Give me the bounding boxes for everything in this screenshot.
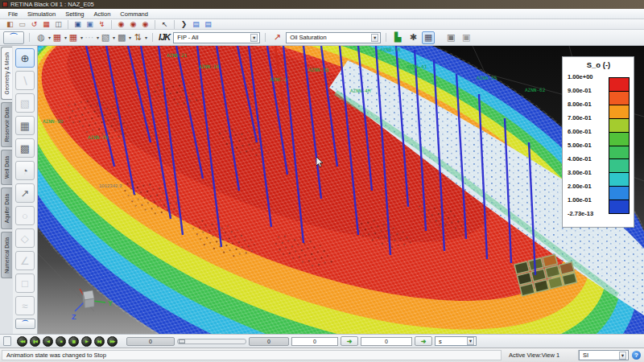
menu-action[interactable]: Action — [89, 10, 115, 19]
view-mode-buttons: ◍▾▦▾▦▾⋯▾▧▾▩▾⇅▾ — [35, 31, 147, 44]
ijk-filter-button[interactable]: IJK — [158, 31, 171, 44]
legend-tick: 7.00e-01 — [568, 115, 592, 121]
run-pause-button[interactable]: ◉ — [128, 19, 138, 29]
go-to-step-button[interactable]: ➜ — [415, 336, 432, 346]
tree-view-button[interactable]: ▤ — [191, 19, 201, 29]
run-stop-button[interactable]: ◉ — [140, 19, 151, 29]
legend-color-cell — [609, 173, 629, 187]
sidebar-tools: ⊕∖▧▦▩◔↗○◇∠□≈⌒ — [13, 46, 37, 334]
forward-end-button[interactable]: ▶▶ — [107, 336, 118, 347]
cell-pick-button[interactable]: ▦ — [67, 31, 80, 44]
time-input[interactable]: 0 — [361, 337, 412, 346]
run-simulation-button[interactable]: ◉ — [116, 19, 126, 29]
mesh-overlay — [38, 46, 644, 334]
play-button[interactable]: ▶ — [81, 336, 92, 347]
frame-spinner[interactable]: 0 — [291, 337, 338, 346]
legend-tick: -2.73e-13 — [568, 211, 593, 217]
hand-tool-button[interactable]: ◇ — [15, 228, 35, 248]
3d-viewport[interactable]: AZNN-21AZNN-18AZNC-1AZNN-35AZNB-7AAZNN-4… — [38, 46, 644, 334]
toolbar-separator — [386, 33, 386, 42]
main-area: Geometry & MeshReservoir DataWell DataAq… — [0, 46, 644, 334]
legend-tick: 6.00e-01 — [568, 129, 592, 135]
legend-color-cell — [609, 200, 629, 213]
tab-aquifer-data[interactable]: Aquifer Data — [1, 187, 12, 229]
grid-3d-button[interactable]: ▧ — [99, 31, 112, 44]
folder-button[interactable]: ▭ — [17, 19, 27, 29]
chevron-down-icon[interactable]: ▼ — [250, 34, 258, 42]
legend-tick: 8.00e-01 — [568, 101, 592, 108]
disconnect-button[interactable]: ↯ — [97, 19, 107, 29]
tab-well-data[interactable]: Well Data — [1, 150, 12, 185]
anim-corner-button[interactable] — [3, 336, 11, 346]
chevron-down-icon[interactable]: ▼ — [371, 34, 378, 42]
sidebar-collapse-button[interactable]: ⌒ — [15, 319, 35, 329]
book-tool-button[interactable]: ▧ — [15, 93, 35, 113]
property-combo[interactable]: Oil Saturation ▼ — [286, 32, 381, 43]
frame-counter-left: 0 — [126, 337, 175, 346]
axis-step-button[interactable]: ⇅ — [131, 31, 144, 44]
save-button[interactable]: ▣ — [72, 19, 83, 29]
settings-gear-button[interactable]: ✱ — [407, 31, 419, 44]
save-as-button[interactable]: ▣ — [85, 19, 95, 29]
report-button[interactable]: ◫ — [53, 19, 64, 29]
step-back-button[interactable]: ▮◀ — [30, 336, 40, 347]
menu-setting[interactable]: Setting — [60, 10, 89, 19]
stop-button[interactable]: ■ — [56, 336, 66, 347]
collapse-panel-button[interactable]: ⌒ — [3, 31, 24, 44]
timeline-slider[interactable] — [177, 339, 246, 344]
legend-tick: 5.00e-01 — [568, 142, 592, 149]
fip-region-combo[interactable]: FIP - All ▼ — [173, 32, 260, 43]
menu-simulation[interactable]: Simulation — [23, 10, 60, 19]
axis-tool-button[interactable]: ⊕ — [15, 48, 35, 68]
well-label: AZNN-55 — [477, 75, 497, 80]
legend-toggle-button[interactable]: ▦ — [422, 31, 435, 44]
person-tool-button[interactable]: ○ — [15, 206, 35, 225]
time-unit-combo[interactable]: s ▼ — [435, 336, 477, 346]
slice-tool-button[interactable]: ∖ — [15, 71, 35, 90]
tab-geometry-mesh[interactable]: Geometry & Mesh — [1, 47, 12, 100]
layers-tool-button[interactable]: ▩ — [15, 138, 35, 158]
point-display-button[interactable]: ⋯ — [83, 31, 96, 44]
rewind-start-button[interactable]: ◀◀ — [17, 336, 27, 347]
chevron-down-icon[interactable]: ▼ — [467, 337, 474, 345]
go-to-time-button[interactable]: ➜ — [341, 336, 358, 346]
pause-button[interactable]: ▮▮ — [68, 336, 79, 347]
legend-color-cell — [609, 187, 629, 200]
mesh-3d-tool-button[interactable]: ▦ — [15, 116, 35, 135]
box-tool-button[interactable]: □ — [15, 274, 35, 293]
chevron-down-icon[interactable]: ▼ — [619, 352, 626, 360]
well-chart-tool-button[interactable]: ↗ — [15, 183, 35, 203]
unit-system-combo[interactable]: SI ▼ — [579, 350, 629, 360]
pick-mode-button[interactable]: ↖ — [159, 19, 170, 29]
view-3d-button[interactable]: ◍ — [35, 31, 47, 44]
curve-tool-button[interactable]: ≈ — [15, 296, 35, 315]
console-button[interactable]: ❯ — [179, 19, 189, 29]
menu-command[interactable]: Command — [115, 10, 153, 19]
cell-filter-red-button[interactable]: ▦ — [51, 31, 64, 44]
menu-file[interactable]: File — [3, 10, 23, 19]
help-icon[interactable]: ? — [632, 351, 641, 360]
chart-button[interactable]: ↗ — [270, 31, 283, 44]
play-backward-button[interactable]: ◀ — [43, 336, 53, 347]
chevron-down-icon[interactable]: ▾ — [145, 35, 147, 40]
slider-thumb[interactable] — [179, 339, 185, 343]
export-excel-button[interactable]: ▦ — [41, 19, 52, 29]
layer-display-button[interactable]: ▩ — [115, 31, 128, 44]
window-title: RETINA Black Oil 1 : NAZ_E05 — [10, 1, 94, 8]
legend-tick: 3.00e-01 — [568, 170, 592, 176]
protractor-tool-button[interactable]: ◔ — [15, 161, 35, 180]
cube-wireframe-button[interactable]: ▣ — [460, 31, 473, 44]
tab-reservoir-data[interactable]: Reservoir Data — [1, 102, 12, 147]
open-button[interactable]: ◧ — [5, 19, 15, 29]
tree-view-filter-button[interactable]: ▤ — [203, 19, 213, 29]
legend-color-cell — [609, 105, 629, 119]
left-sidebar: Geometry & MeshReservoir DataWell DataAq… — [0, 46, 38, 334]
edit-tool-button[interactable]: ∠ — [15, 251, 35, 270]
refresh-button[interactable]: ↺ — [29, 19, 39, 29]
well-label: AZNN-18 — [199, 64, 220, 69]
tab-numerical-data[interactable]: Numerical Data — [1, 232, 12, 278]
cube-display-button[interactable]: ▣ — [444, 31, 457, 44]
svg-text:Z: Z — [72, 313, 76, 321]
histogram-button[interactable]: ▙ — [391, 31, 404, 44]
step-forward-button[interactable]: ▶▮ — [94, 336, 105, 347]
